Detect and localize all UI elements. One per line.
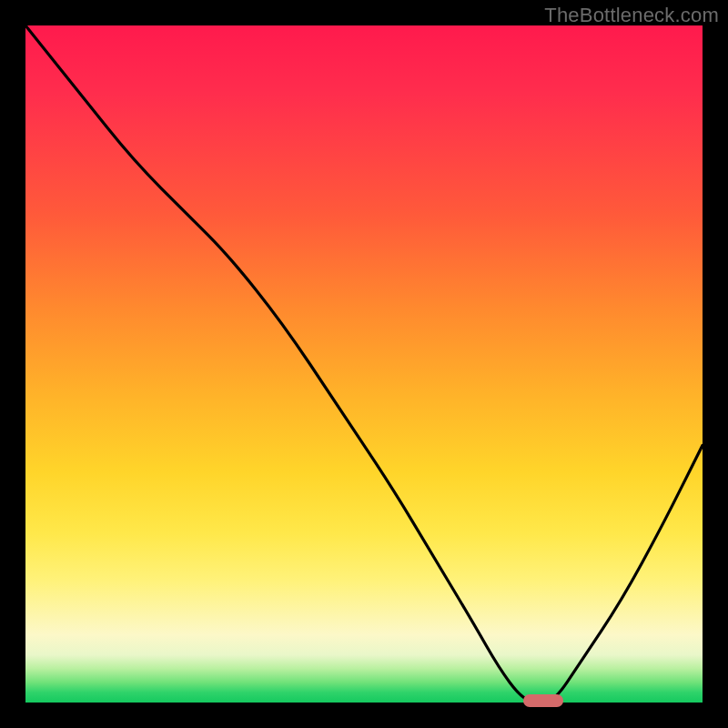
watermark-text: TheBottleneck.com — [544, 4, 719, 27]
curve-path — [25, 25, 703, 703]
optimum-marker — [523, 694, 564, 707]
plot-area — [25, 25, 703, 703]
bottleneck-curve — [25, 25, 703, 703]
chart-frame: TheBottleneck.com — [0, 0, 728, 728]
